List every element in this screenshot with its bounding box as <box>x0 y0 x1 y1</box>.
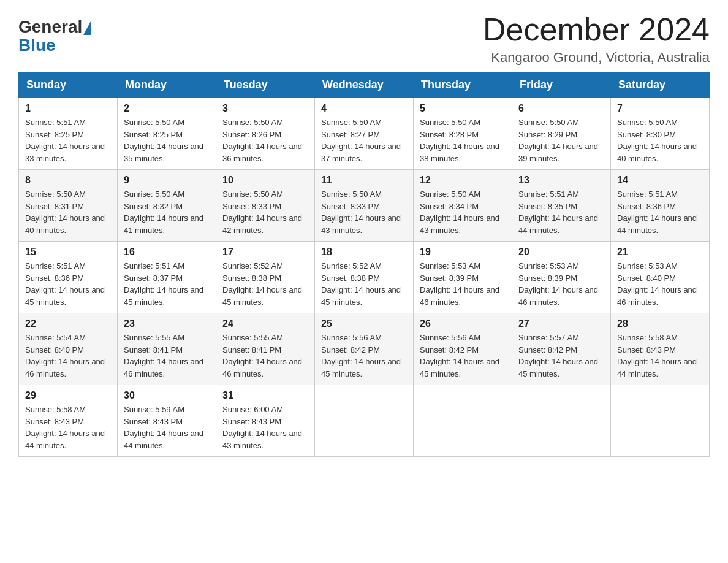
day-info: Sunrise: 5:51 AMSunset: 8:36 PMDaylight:… <box>617 188 703 236</box>
day-info: Sunrise: 5:59 AMSunset: 8:43 PMDaylight:… <box>124 404 210 451</box>
calendar-week-row: 29Sunrise: 5:58 AMSunset: 8:43 PMDayligh… <box>19 385 710 457</box>
calendar-day-cell: 12Sunrise: 5:50 AMSunset: 8:34 PMDayligh… <box>414 170 512 242</box>
calendar-day-cell: 15Sunrise: 5:51 AMSunset: 8:36 PMDayligh… <box>19 242 118 313</box>
day-info: Sunrise: 5:50 AMSunset: 8:28 PMDaylight:… <box>420 117 506 164</box>
day-number: 18 <box>321 247 407 258</box>
day-info: Sunrise: 5:50 AMSunset: 8:34 PMDaylight:… <box>420 188 506 236</box>
page-header: General Blue December 2024 Kangaroo Grou… <box>18 12 710 66</box>
day-info: Sunrise: 5:50 AMSunset: 8:31 PMDaylight:… <box>25 188 111 236</box>
calendar-day-cell: 7Sunrise: 5:50 AMSunset: 8:30 PMDaylight… <box>611 98 710 170</box>
day-info: Sunrise: 5:50 AMSunset: 8:26 PMDaylight:… <box>222 117 308 164</box>
calendar-day-cell <box>414 385 512 457</box>
header-sunday: Sunday <box>19 72 118 98</box>
month-title: December 2024 <box>483 12 710 47</box>
day-info: Sunrise: 5:53 AMSunset: 8:39 PMDaylight:… <box>518 260 604 308</box>
calendar-day-cell: 16Sunrise: 5:51 AMSunset: 8:37 PMDayligh… <box>118 242 216 313</box>
day-number: 30 <box>124 390 210 401</box>
day-info: Sunrise: 5:56 AMSunset: 8:42 PMDaylight:… <box>321 332 407 380</box>
calendar-day-cell: 5Sunrise: 5:50 AMSunset: 8:28 PMDaylight… <box>414 98 512 170</box>
day-number: 1 <box>25 103 111 114</box>
day-number: 23 <box>124 318 210 329</box>
day-info: Sunrise: 5:52 AMSunset: 8:38 PMDaylight:… <box>321 260 407 308</box>
day-info: Sunrise: 5:51 AMSunset: 8:25 PMDaylight:… <box>25 117 111 164</box>
day-number: 9 <box>124 175 210 186</box>
calendar-day-cell: 8Sunrise: 5:50 AMSunset: 8:31 PMDaylight… <box>19 170 118 242</box>
header-monday: Monday <box>118 72 216 98</box>
calendar-day-cell: 17Sunrise: 5:52 AMSunset: 8:38 PMDayligh… <box>216 242 315 313</box>
day-number: 27 <box>518 318 604 329</box>
calendar-day-cell: 13Sunrise: 5:51 AMSunset: 8:35 PMDayligh… <box>512 170 611 242</box>
calendar-week-row: 22Sunrise: 5:54 AMSunset: 8:40 PMDayligh… <box>19 313 710 385</box>
logo-blue-text: Blue <box>18 36 56 55</box>
calendar-day-cell: 30Sunrise: 5:59 AMSunset: 8:43 PMDayligh… <box>118 385 216 457</box>
calendar-day-cell: 27Sunrise: 5:57 AMSunset: 8:42 PMDayligh… <box>512 313 611 385</box>
calendar-day-cell: 2Sunrise: 5:50 AMSunset: 8:25 PMDaylight… <box>118 98 216 170</box>
day-info: Sunrise: 5:50 AMSunset: 8:32 PMDaylight:… <box>124 188 210 236</box>
calendar-week-row: 8Sunrise: 5:50 AMSunset: 8:31 PMDaylight… <box>19 170 710 242</box>
day-number: 10 <box>222 175 308 186</box>
calendar-day-cell: 19Sunrise: 5:53 AMSunset: 8:39 PMDayligh… <box>414 242 512 313</box>
day-number: 25 <box>321 318 407 329</box>
day-number: 21 <box>617 247 703 258</box>
calendar-week-row: 1Sunrise: 5:51 AMSunset: 8:25 PMDaylight… <box>19 98 710 170</box>
header-wednesday: Wednesday <box>315 72 414 98</box>
day-info: Sunrise: 5:50 AMSunset: 8:27 PMDaylight:… <box>321 117 407 164</box>
calendar-day-cell: 24Sunrise: 5:55 AMSunset: 8:41 PMDayligh… <box>216 313 315 385</box>
calendar-day-cell <box>315 385 414 457</box>
day-info: Sunrise: 5:55 AMSunset: 8:41 PMDaylight:… <box>124 332 210 380</box>
calendar-day-cell: 10Sunrise: 5:50 AMSunset: 8:33 PMDayligh… <box>216 170 315 242</box>
header-saturday: Saturday <box>611 72 710 98</box>
day-info: Sunrise: 5:56 AMSunset: 8:42 PMDaylight:… <box>420 332 506 380</box>
day-number: 24 <box>222 318 308 329</box>
logo-general-text: General <box>18 18 82 36</box>
calendar-table: Sunday Monday Tuesday Wednesday Thursday… <box>18 72 710 457</box>
day-info: Sunrise: 5:52 AMSunset: 8:38 PMDaylight:… <box>222 260 308 308</box>
day-info: Sunrise: 5:50 AMSunset: 8:33 PMDaylight:… <box>222 188 308 236</box>
logo-arrow-icon <box>83 21 91 35</box>
day-number: 8 <box>25 175 111 186</box>
calendar-day-cell: 29Sunrise: 5:58 AMSunset: 8:43 PMDayligh… <box>19 385 118 457</box>
day-info: Sunrise: 5:50 AMSunset: 8:33 PMDaylight:… <box>321 188 407 236</box>
header-friday: Friday <box>512 72 611 98</box>
calendar-day-cell: 28Sunrise: 5:58 AMSunset: 8:43 PMDayligh… <box>611 313 710 385</box>
calendar-day-cell: 23Sunrise: 5:55 AMSunset: 8:41 PMDayligh… <box>118 313 216 385</box>
calendar-day-cell: 4Sunrise: 5:50 AMSunset: 8:27 PMDaylight… <box>315 98 414 170</box>
day-info: Sunrise: 5:50 AMSunset: 8:30 PMDaylight:… <box>617 117 703 164</box>
day-number: 26 <box>420 318 506 329</box>
calendar-day-cell: 9Sunrise: 5:50 AMSunset: 8:32 PMDaylight… <box>118 170 216 242</box>
day-info: Sunrise: 5:53 AMSunset: 8:39 PMDaylight:… <box>420 260 506 308</box>
day-info: Sunrise: 5:51 AMSunset: 8:35 PMDaylight:… <box>518 188 604 236</box>
calendar-day-cell: 20Sunrise: 5:53 AMSunset: 8:39 PMDayligh… <box>512 242 611 313</box>
day-number: 31 <box>222 390 308 401</box>
day-info: Sunrise: 5:57 AMSunset: 8:42 PMDaylight:… <box>518 332 604 380</box>
day-info: Sunrise: 5:50 AMSunset: 8:29 PMDaylight:… <box>518 117 604 164</box>
calendar-day-cell: 31Sunrise: 6:00 AMSunset: 8:43 PMDayligh… <box>216 385 315 457</box>
day-number: 4 <box>321 103 407 114</box>
day-number: 28 <box>617 318 703 329</box>
calendar-header-row: Sunday Monday Tuesday Wednesday Thursday… <box>19 72 710 98</box>
day-info: Sunrise: 5:51 AMSunset: 8:36 PMDaylight:… <box>25 260 111 308</box>
calendar-day-cell: 22Sunrise: 5:54 AMSunset: 8:40 PMDayligh… <box>19 313 118 385</box>
day-number: 13 <box>518 175 604 186</box>
header-thursday: Thursday <box>414 72 512 98</box>
day-number: 22 <box>25 318 111 329</box>
calendar-day-cell: 21Sunrise: 5:53 AMSunset: 8:40 PMDayligh… <box>611 242 710 313</box>
calendar-day-cell: 26Sunrise: 5:56 AMSunset: 8:42 PMDayligh… <box>414 313 512 385</box>
calendar-day-cell: 6Sunrise: 5:50 AMSunset: 8:29 PMDaylight… <box>512 98 611 170</box>
day-number: 5 <box>420 103 506 114</box>
day-info: Sunrise: 5:55 AMSunset: 8:41 PMDaylight:… <box>222 332 308 380</box>
day-number: 20 <box>518 247 604 258</box>
header-tuesday: Tuesday <box>216 72 315 98</box>
day-number: 11 <box>321 175 407 186</box>
calendar-day-cell <box>611 385 710 457</box>
calendar-day-cell: 14Sunrise: 5:51 AMSunset: 8:36 PMDayligh… <box>611 170 710 242</box>
calendar-day-cell: 3Sunrise: 5:50 AMSunset: 8:26 PMDaylight… <box>216 98 315 170</box>
day-number: 14 <box>617 175 703 186</box>
calendar-day-cell: 1Sunrise: 5:51 AMSunset: 8:25 PMDaylight… <box>19 98 118 170</box>
day-number: 16 <box>124 247 210 258</box>
day-info: Sunrise: 5:51 AMSunset: 8:37 PMDaylight:… <box>124 260 210 308</box>
calendar-day-cell: 25Sunrise: 5:56 AMSunset: 8:42 PMDayligh… <box>315 313 414 385</box>
location-text: Kangaroo Ground, Victoria, Australia <box>483 50 710 66</box>
day-info: Sunrise: 5:53 AMSunset: 8:40 PMDaylight:… <box>617 260 703 308</box>
logo: General Blue <box>18 18 92 55</box>
